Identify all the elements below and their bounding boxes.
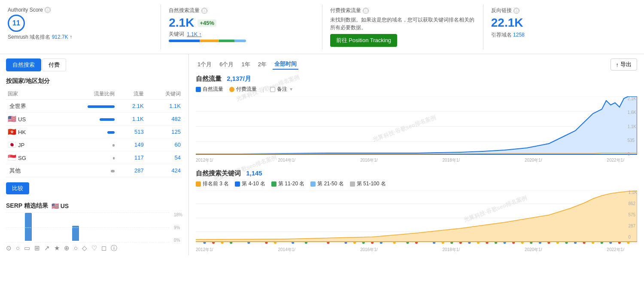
legend-notes[interactable]: 备注 ▼: [270, 86, 293, 93]
serp-icon-7: ⊕: [64, 244, 70, 252]
tab-organic[interactable]: 自然搜索: [6, 58, 41, 71]
serp-icon-4: ⊞: [34, 244, 40, 252]
keyword-chart-wrapper: 1.1K 862 575 287 0 2012年1/ 2014年1/ 2016年…: [196, 190, 637, 246]
organic-traffic-value: 2.1K +45%: [169, 16, 314, 30]
organic-traffic-info-icon[interactable]: ⓘ: [201, 8, 207, 14]
kl-top3[interactable]: 排名前 3 名: [196, 180, 229, 187]
time-6month[interactable]: 6个月: [218, 60, 235, 69]
traffic-chart-svg: [196, 96, 637, 157]
serp-icon-11: ◻: [101, 244, 106, 252]
backlinks-block: 反向链接 ⓘ 22.1K 引荐域名 1258: [483, 4, 644, 49]
col-country: 国家: [6, 89, 49, 100]
col-keywords: 关键词: [146, 89, 182, 100]
legend-paid[interactable]: 付费流量: [229, 86, 257, 93]
table-row: 全世界 2.1K 1.1K: [6, 100, 182, 113]
serp-bar-col: [25, 213, 32, 241]
country-table: 国家 流量比例 流量 关键词 全世界 2.1K 1.1K 🇺🇸US 1.1K 4…: [6, 89, 182, 177]
kbar-seg1: [169, 40, 200, 42]
referring-domains: 引荐域名 1258: [491, 31, 636, 39]
export-button[interactable]: ↑ 导出: [611, 58, 638, 71]
notes-dropdown-icon: ▼: [289, 87, 293, 92]
traffic-legend: 自然流量 付费流量 | 备注 ▼: [196, 86, 637, 93]
right-panel: 光算科技·谷歌seo排名案例 光算科技·谷歌seo排名案例 光算科技·谷歌seo…: [189, 54, 644, 255]
organic-traffic-block: 自然搜索流量 ⓘ 2.1K +45% 关键词 1.1K ↑: [161, 4, 322, 49]
paid-traffic-block: 付费搜索流量 ⓘ 未找到数据。如果这是您的域名，您可以获取关键词排名相关的所有必…: [322, 4, 483, 49]
top-metrics-bar: Authority Score ⓘ 11 Semrush 域名排名 912.7K…: [0, 0, 644, 54]
keyword-chart-svg: [196, 190, 637, 246]
semrush-rank: Semrush 域名排名 912.7K ↑: [8, 34, 153, 41]
serp-icon-10: ♡: [91, 244, 97, 252]
authority-score-info-icon[interactable]: ⓘ: [45, 7, 51, 13]
time-1year[interactable]: 1年: [240, 60, 252, 69]
backlinks-value: 22.1K: [491, 16, 636, 30]
export-icon: ↑: [616, 61, 619, 68]
authority-score-label: Authority Score ⓘ: [8, 7, 153, 13]
serp-bar: [25, 213, 32, 241]
table-row: 其他 287 424: [6, 164, 182, 177]
authority-score-circle: 11: [8, 15, 25, 32]
traffic-y-labels: 2.1K 1.6K 1.1K 535 0: [627, 96, 637, 157]
serp-header: SERP 精选结果 🇺🇸 US: [6, 202, 182, 210]
serp-y-labels: 18% 9% 0%: [174, 212, 182, 243]
kl-51-100[interactable]: 第 51-100 名: [350, 180, 386, 187]
backlinks-info-icon[interactable]: ⓘ: [513, 8, 519, 14]
time-all[interactable]: 全部时间: [273, 59, 298, 70]
serp-icon-3: ▭: [24, 244, 30, 252]
table-row: 🇸🇬SG 117 54: [6, 151, 182, 164]
serp-icons-row: ⊙ ○ ▭ ⊞ ↗ ★ ⊕ ○ ◇ ♡ ◻ ⓘ: [6, 244, 182, 252]
paid-traffic-info-icon[interactable]: ⓘ: [363, 8, 369, 14]
kl-21-50[interactable]: 第 21-50 名: [310, 180, 343, 187]
kl-4-10[interactable]: 第 4-10 名: [235, 180, 265, 187]
serp-bar: [72, 226, 79, 241]
organic-traffic-badge: +45%: [197, 19, 216, 27]
legend-notes-dot: [270, 87, 275, 92]
serp-icon-6: ★: [54, 244, 60, 252]
main-content: 自然搜索 付费 按国家/地区划分 国家 流量比例 流量 关键词 全世界 2.1K…: [0, 54, 644, 255]
serp-icon-1: ⊙: [6, 244, 12, 252]
col-traffic: 流量: [116, 89, 146, 100]
kl-11-20[interactable]: 第 11-20 名: [271, 180, 304, 187]
kbar-seg2: [200, 40, 219, 42]
keywords-link[interactable]: 1.1K ↑: [187, 31, 201, 37]
traffic-x-labels: 2012年1/ 2014年1/ 2016年1/ 2018年1/ 2020年1/ …: [196, 157, 624, 163]
search-type-tabs: 自然搜索 付费: [6, 58, 182, 71]
tab-paid[interactable]: 付费: [42, 58, 66, 71]
serp-bar-chart: [6, 212, 182, 243]
referring-domains-link[interactable]: 1258: [513, 32, 525, 38]
region-section-title: 按国家/地区划分: [6, 77, 182, 85]
left-panel: 自然搜索 付费 按国家/地区划分 国家 流量比例 流量 关键词 全世界 2.1K…: [0, 54, 189, 255]
table-row: 🇺🇸US 1.1K 482: [6, 113, 182, 126]
col-traffic-pct: 流量比例: [49, 89, 116, 100]
legend-organic-dot: [196, 87, 201, 92]
kbar-seg3: [219, 40, 234, 42]
serp-section: SERP 精选结果 🇺🇸 US ⊙ ○ ▭ ⊞ ↗ ★: [6, 202, 182, 251]
paid-traffic-note: 未找到数据。如果这是您的域名，您可以获取关键词排名相关的所有必要数据。: [330, 16, 475, 31]
serp-chart-area: ⊙ ○ ▭ ⊞ ↗ ★ ⊕ ○ ◇ ♡ ◻ ⓘ 18% 9% 0%: [6, 212, 182, 251]
keyword-y-labels: 1.1K 862 575 287 0: [628, 190, 637, 240]
traffic-chart-section: 自然流量 2,137/月 自然流量 付费流量 | 备注 ▼: [196, 75, 637, 157]
time-1month[interactable]: 1个月: [196, 60, 213, 69]
serp-icon-8: ○: [74, 244, 78, 252]
kbar-seg4: [234, 40, 246, 42]
serp-icon-2: ○: [16, 244, 20, 252]
authority-score-block: Authority Score ⓘ 11 Semrush 域名排名 912.7K…: [0, 4, 161, 49]
legend-paid-dot: [229, 87, 234, 92]
time-controls: 1个月 6个月 1年 2年 全部时间 ↑ 导出: [196, 58, 637, 71]
keywords-bar: [169, 40, 246, 42]
traffic-chart-title: 自然流量 2,137/月: [196, 75, 637, 83]
table-row: 🇯🇵JP 149 60: [6, 138, 182, 151]
time-2year[interactable]: 2年: [256, 60, 268, 69]
serp-icon-5: ↗: [44, 244, 50, 252]
keyword-x-labels: 2012年1/ 2014年1/ 2016年1/ 2018年1/ 2020年1/ …: [196, 247, 624, 253]
serp-icon-9: ◇: [82, 244, 87, 252]
keywords-row: 关键词 1.1K ↑: [169, 31, 314, 38]
keyword-section-title: 自然搜索关键词 1,145: [196, 169, 637, 178]
compare-button[interactable]: 比较: [6, 182, 29, 194]
keyword-chart-section: 自然搜索关键词 1,145 排名前 3 名 第 4-10 名 第 11-20 名: [196, 169, 637, 246]
serp-icon-12: ⓘ: [111, 244, 117, 252]
table-row: 🇭🇰HK 513 125: [6, 126, 182, 138]
serp-bar-col: [72, 226, 79, 241]
traffic-chart-wrapper: 2.1K 1.6K 1.1K 535 0 2012年1/ 2014年1/ 201…: [196, 96, 637, 157]
position-tracking-btn[interactable]: 前往 Position Tracking: [330, 34, 398, 47]
legend-organic[interactable]: 自然流量: [196, 86, 223, 93]
